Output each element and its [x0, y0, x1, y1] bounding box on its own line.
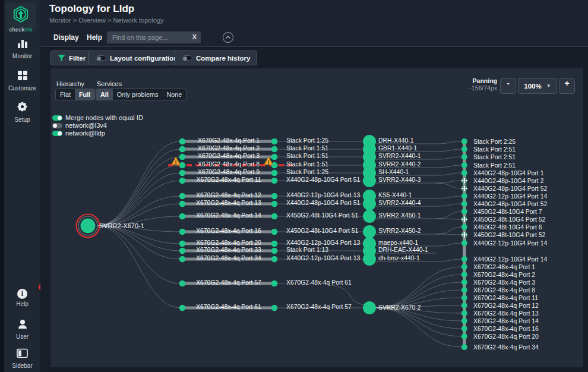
zoom-level-select[interactable]: 100% ▼: [518, 78, 557, 94]
menu-help[interactable]: Help: [87, 29, 102, 46]
merge-nodes-toggle[interactable]: [52, 115, 62, 121]
hierarchy-segmented: Flat Full: [55, 89, 95, 100]
checkmk-wordmark: checkmk: [6, 26, 36, 33]
customize-grid-icon: [17, 70, 28, 81]
page-header: Topology for Lldp Monitor > Overview > N…: [40, 0, 588, 29]
breadcrumb: Monitor > Overview > Network topology: [49, 17, 164, 24]
sidebar-item-label: Help: [4, 301, 40, 307]
sidebar-item-sidebar[interactable]: Sidebar: [4, 348, 40, 369]
sidebar-item-label: Customize: [4, 85, 40, 92]
compare-history-button[interactable]: Compare history: [175, 51, 257, 65]
menu-display[interactable]: Display: [53, 29, 79, 46]
zoom-out-button[interactable]: -: [500, 78, 516, 94]
sidebar-item-help[interactable]: i 152 Help: [4, 288, 40, 307]
filter-button[interactable]: Filter: [50, 51, 93, 65]
sidebar-item-label: Monitor: [4, 53, 40, 59]
sidebar-item-user[interactable]: User: [4, 319, 40, 340]
sidebar-item-monitor[interactable]: Monitor: [4, 39, 40, 59]
checkmk-hexagon-icon: [12, 5, 30, 23]
services-none-option[interactable]: None: [162, 89, 186, 100]
menu-bar: Display Help X: [40, 29, 588, 47]
hierarchy-full-option[interactable]: Full: [75, 89, 94, 100]
services-segmented: All Only problems None: [96, 89, 186, 100]
clear-search-icon[interactable]: X: [192, 33, 197, 40]
services-label: Services: [97, 80, 122, 87]
services-all-option[interactable]: All: [96, 89, 113, 100]
gear-icon: [17, 101, 28, 112]
zoom-level-value: 100%: [524, 83, 541, 90]
toggle-merge-nodes: Merge nodes with equal ID: [52, 114, 143, 121]
sidebar-item-customize[interactable]: Customize: [4, 70, 40, 92]
nav-sidebar: checkmk Monitor Customize: [0, 0, 40, 372]
monitor-icon: [17, 39, 28, 49]
sidebar-item-label: Setup: [4, 116, 40, 123]
services-only-problems-option[interactable]: Only problems: [113, 89, 163, 100]
toggle-network-l3v4: network@l3v4: [52, 122, 107, 129]
network-lldp-label: network@lldp: [65, 130, 105, 137]
collapse-header-button[interactable]: [222, 31, 234, 46]
layout-configuration-label: Layout configuration: [110, 55, 178, 62]
filter-button-label: Filter: [69, 55, 86, 62]
layout-configuration-button[interactable]: Layout configuration: [88, 51, 185, 65]
action-toolbar: Filter Layout configuration Compare hist…: [40, 48, 588, 68]
sidebar-item-label: User: [4, 333, 40, 340]
hierarchy-label: Hierarchy: [56, 80, 84, 87]
compare-history-label: Compare history: [196, 55, 250, 62]
info-icon: i: [17, 289, 27, 299]
caret-down-icon: ▼: [546, 83, 551, 89]
network-l3v4-toggle[interactable]: [52, 123, 62, 128]
panning-value: -156/74px: [431, 85, 497, 92]
page-title: Topology for Lldp: [49, 3, 134, 15]
sidebar-panel-icon: [17, 348, 28, 358]
sidebar-item-setup[interactable]: Setup: [4, 101, 40, 123]
filter-funnel-icon: [58, 55, 65, 62]
checkmk-logo[interactable]: checkmk: [6, 3, 36, 31]
network-l3v4-label: network@l3v4: [65, 122, 107, 129]
panning-label: Panning: [431, 78, 497, 85]
zoom-in-button[interactable]: +: [559, 78, 575, 94]
network-lldp-toggle[interactable]: [52, 131, 62, 136]
find-on-page-box: X: [107, 31, 201, 43]
panning-info: Panning -156/74px: [431, 78, 497, 92]
toggle-icon: [182, 55, 192, 61]
hierarchy-flat-option[interactable]: Flat: [56, 89, 75, 100]
topology-panel: Hierarchy Flat Full Services All Only pr…: [50, 68, 583, 367]
sidebar-item-label: Sidebar: [4, 362, 40, 369]
chevron-up-icon: [222, 31, 234, 43]
user-icon: [17, 319, 28, 329]
nav-edge-strip: [0, 0, 4, 372]
search-input[interactable]: [107, 31, 188, 43]
merge-nodes-label: Merge nodes with equal ID: [65, 114, 143, 121]
toggle-network-lldp: network@lldp: [52, 130, 105, 137]
toggle-icon: [96, 55, 106, 61]
